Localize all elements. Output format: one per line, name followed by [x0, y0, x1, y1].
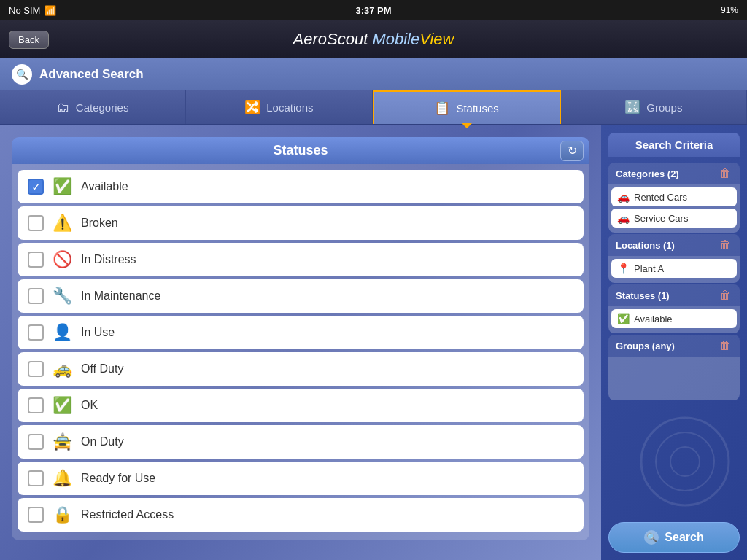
status-bar-right: 91%: [721, 5, 738, 15]
checkbox-restrictedaccess[interactable]: [28, 507, 44, 523]
status-bar-left: No SIM 📶: [9, 5, 56, 16]
main-content: Statuses ↻ ✓ ✅ Available ⚠️ Broken 🚫 In …: [0, 125, 747, 560]
criteria-item: 🚗Rented Cars: [611, 187, 737, 206]
status-item-available: ✓ ✅ Available: [18, 170, 584, 203]
checkbox-broken[interactable]: [28, 215, 44, 231]
criteria-section-locations: Locations (1) 🗑 📍Plant A: [608, 234, 740, 283]
status-icon-inmaintenance: 🔧: [53, 287, 72, 306]
criteria-item-icon: 🚗: [617, 212, 630, 224]
tab-icon-statuses: 📋: [434, 100, 450, 116]
criteria-section-header-categories: Categories (2) 🗑: [608, 163, 740, 184]
status-item-readyforuse: 🔔 Ready for Use: [18, 462, 584, 495]
criteria-item-label: Service Cars: [634, 213, 688, 224]
status-icon-restrictedaccess: 🔒: [53, 505, 72, 524]
search-header: 🔍 Advanced Search: [0, 58, 747, 90]
checkbox-inuse[interactable]: [28, 324, 44, 341]
svg-point-0: [641, 418, 729, 505]
svg-point-2: [670, 447, 700, 476]
back-button[interactable]: Back: [9, 31, 49, 49]
checkbox-available[interactable]: ✓: [28, 179, 44, 195]
status-icon-onduty: 🚖: [53, 432, 72, 451]
search-button-icon: 🔍: [644, 530, 659, 545]
criteria-item-label: Available: [634, 314, 673, 324]
logo-scout: Scout: [327, 30, 368, 48]
status-item-inmaintenance: 🔧 In Maintenance: [18, 279, 584, 313]
criteria-item-icon: 📍: [617, 262, 630, 274]
status-item-onduty: 🚖 On Duty: [18, 425, 584, 459]
search-header-icon: 🔍: [12, 64, 32, 85]
criteria-items-statuses: ✅Available: [608, 306, 740, 333]
status-label-inuse: In Use: [81, 326, 115, 339]
status-label-readyforuse: Ready for Use: [81, 472, 155, 485]
criteria-sections: Categories (2) 🗑 🚗Rented Cars🚗Service Ca…: [608, 163, 740, 402]
panel-title: Statuses: [273, 143, 328, 158]
criteria-item: 📍Plant A: [611, 259, 737, 278]
status-label-inmaintenance: In Maintenance: [81, 289, 160, 303]
delete-section-locations-button[interactable]: 🗑: [718, 238, 732, 252]
status-label-restrictedaccess: Restricted Access: [81, 508, 174, 521]
wifi-icon: 📶: [44, 5, 56, 16]
tab-icon-categories: 🗂: [57, 100, 70, 115]
status-icon-broken: ⚠️: [53, 214, 72, 233]
checkbox-ok[interactable]: [28, 397, 44, 413]
tab-label-statuses: Statuses: [456, 102, 498, 114]
status-item-offduty: 🚕 Off Duty: [18, 352, 584, 386]
criteria-item: 🚗Service Cars: [611, 209, 737, 228]
right-panel: Search Criteria Categories (2) 🗑 🚗Rented…: [601, 125, 747, 560]
tab-icon-groups: 🔣: [624, 99, 640, 115]
status-item-ok: ✅ OK: [18, 389, 584, 422]
tab-icon-locations: 🔀: [244, 99, 260, 115]
criteria-item-label: Rented Cars: [634, 192, 687, 203]
refresh-button[interactable]: ↻: [560, 141, 584, 161]
criteria-header: Search Criteria: [608, 133, 740, 157]
status-icon-ok: ✅: [53, 396, 72, 415]
status-icon-offduty: 🚕: [53, 359, 72, 378]
criteria-section-label-groups: Groups (any): [616, 341, 675, 351]
checkbox-offduty[interactable]: [28, 361, 44, 377]
status-icon-indistress: 🚫: [53, 250, 72, 269]
items-container: ✓ ✅ Available ⚠️ Broken 🚫 In Distress 🔧 …: [12, 164, 589, 540]
checkbox-inmaintenance[interactable]: [28, 288, 44, 304]
criteria-section-label-categories: Categories (2): [616, 168, 679, 179]
logo-aero: Aero: [293, 30, 327, 48]
status-item-restrictedaccess: 🔒 Restricted Access: [18, 498, 584, 532]
tab-categories[interactable]: 🗂Categories: [0, 90, 186, 124]
tab-statuses[interactable]: 📋Statuses: [373, 90, 561, 124]
status-bar-time: 3:37 PM: [355, 5, 391, 16]
status-label-offduty: Off Duty: [81, 362, 123, 376]
status-label-broken: Broken: [81, 217, 118, 230]
panel-title-bar: Statuses ↻: [12, 137, 589, 164]
logo-view: View: [419, 30, 454, 48]
battery-text: 91%: [721, 5, 738, 15]
criteria-section-header-locations: Locations (1) 🗑: [608, 234, 740, 256]
status-label-onduty: On Duty: [81, 435, 124, 448]
criteria-item-icon: 🚗: [617, 191, 630, 203]
criteria-section-categories: Categories (2) 🗑 🚗Rented Cars🚗Service Ca…: [608, 163, 740, 233]
search-button[interactable]: 🔍 Search: [608, 522, 740, 553]
tab-groups[interactable]: 🔣Groups: [561, 90, 747, 124]
status-item-broken: ⚠️ Broken: [18, 206, 584, 240]
criteria-section-header-groups: Groups (any) 🗑: [608, 335, 740, 357]
checkbox-indistress[interactable]: [28, 252, 44, 268]
criteria-section-label-statuses: Statuses (1): [616, 290, 670, 301]
tab-label-locations: Locations: [266, 101, 313, 114]
checkbox-readyforuse[interactable]: [28, 470, 44, 486]
status-item-inuse: 👤 In Use: [18, 316, 584, 349]
tab-locations[interactable]: 🔀Locations: [186, 90, 372, 124]
criteria-section-statuses: Statuses (1) 🗑 ✅Available: [608, 284, 740, 333]
status-item-indistress: 🚫 In Distress: [18, 243, 584, 276]
status-icon-inuse: 👤: [53, 323, 72, 342]
search-header-title: Advanced Search: [39, 67, 144, 82]
delete-section-categories-button[interactable]: 🗑: [718, 167, 732, 180]
criteria-section-groups: Groups (any) 🗑: [608, 335, 740, 400]
criteria-item-icon: ✅: [617, 313, 630, 324]
criteria-items-locations: 📍Plant A: [608, 256, 740, 283]
status-icon-available: ✅: [53, 177, 72, 196]
status-bar: No SIM 📶 3:37 PM 91%: [0, 0, 747, 20]
delete-section-groups-button[interactable]: 🗑: [718, 339, 732, 352]
checkbox-onduty[interactable]: [28, 434, 44, 450]
carrier-text: No SIM: [9, 5, 40, 16]
top-bar: Back AeroScout MobileView: [0, 20, 747, 58]
delete-section-statuses-button[interactable]: 🗑: [718, 289, 732, 302]
status-label-ok: OK: [81, 399, 98, 412]
